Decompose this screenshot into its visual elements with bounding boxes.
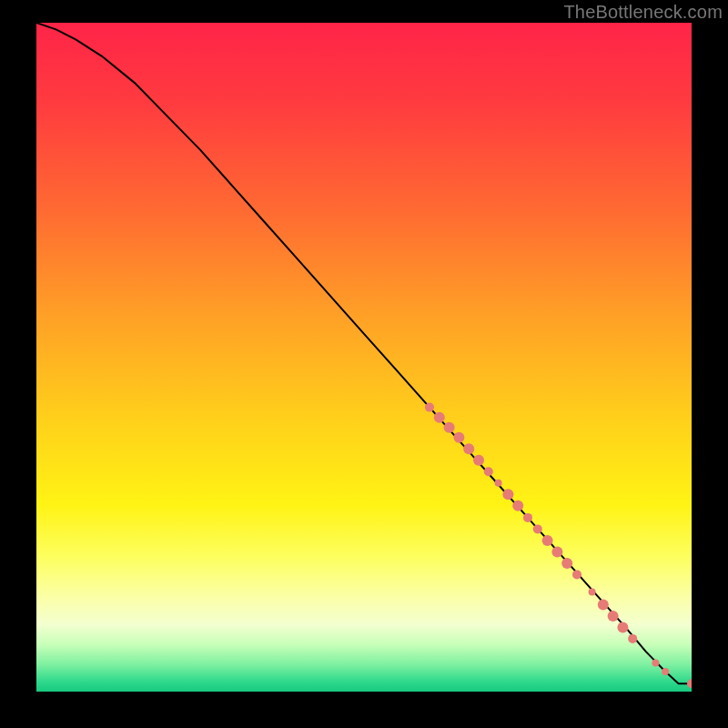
data-point <box>598 600 609 611</box>
watermark-text: TheBottleneck.com <box>563 2 723 23</box>
data-point <box>463 443 474 454</box>
data-point <box>434 412 445 423</box>
data-point <box>453 432 464 443</box>
data-point <box>502 489 513 500</box>
data-point <box>589 589 596 596</box>
data-point <box>512 500 523 511</box>
data-point <box>533 524 542 533</box>
data-point <box>561 558 572 569</box>
data-point <box>608 611 619 622</box>
data-point <box>495 480 502 487</box>
chart-frame: TheBottleneck.com <box>0 0 728 728</box>
data-point <box>484 467 493 476</box>
data-point <box>523 513 532 522</box>
data-point <box>542 535 553 546</box>
data-point <box>652 659 659 666</box>
chart-svg <box>36 23 692 692</box>
data-point <box>572 570 581 579</box>
data-point <box>551 546 562 557</box>
data-point <box>628 634 637 643</box>
data-point <box>425 403 434 412</box>
data-point <box>473 455 484 466</box>
plot-area <box>36 23 692 692</box>
data-point <box>617 622 628 632</box>
data-point <box>444 422 455 433</box>
data-point <box>662 668 669 675</box>
